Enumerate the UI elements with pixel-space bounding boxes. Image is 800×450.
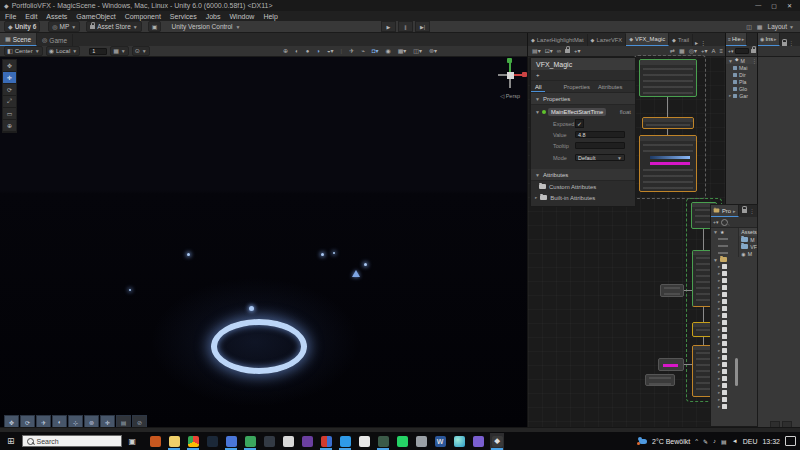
tab-project[interactable]: Pro ▸: [711, 205, 739, 217]
menu-services[interactable]: Services: [170, 13, 197, 20]
tool-settings-icon[interactable]: ✈: [349, 48, 354, 54]
taskbar-app-app-blue[interactable]: [224, 433, 238, 450]
shaded-mode-icon[interactable]: ⊕: [283, 48, 288, 54]
notification-center-icon[interactable]: [785, 436, 796, 446]
grid-snap-dropdown[interactable]: ▦▼: [110, 46, 129, 56]
language-indicator[interactable]: DEU: [743, 438, 758, 445]
scene-orientation-gizmo[interactable]: [492, 57, 528, 97]
project-tree-row[interactable]: ▸: [711, 298, 738, 305]
output-context-node[interactable]: [639, 135, 697, 192]
pivot-dropdown[interactable]: ◧ Center ▼: [4, 46, 43, 56]
target-icon[interactable]: ◎▾: [689, 48, 697, 54]
favorites-row[interactable]: ▼ ★: [711, 228, 738, 235]
scale-tool[interactable]: ⤢: [3, 96, 16, 108]
tab-lazervfx[interactable]: ◆ LazerVFX: [588, 34, 627, 46]
taskbar-search-box[interactable]: Search: [22, 435, 122, 447]
asset-store-dropdown[interactable]: Asset Store ▼: [86, 21, 142, 32]
pause-button[interactable]: ∥: [398, 21, 413, 32]
blackboard-add-button[interactable]: +: [531, 70, 635, 81]
tooltip-input[interactable]: [575, 142, 625, 149]
tab-lazerhighlightmat[interactable]: ◆ LazerHighlightMat: [528, 34, 588, 46]
menu-gameobject[interactable]: GameObject: [76, 13, 115, 20]
attributes-section-header[interactable]: ▼ Attributes: [531, 169, 635, 181]
taskbar-app-settings-gear[interactable]: [281, 433, 295, 450]
project-tree-row[interactable]: ▸: [711, 389, 738, 396]
project-tree-row[interactable]: ▸: [711, 284, 738, 291]
project-tree-row[interactable]: ▸: [711, 347, 738, 354]
skybox-dropdown-icon[interactable]: ◒▾: [327, 48, 334, 54]
favorite-item[interactable]: [711, 235, 738, 242]
layers-icon[interactable]: ▦: [757, 24, 763, 30]
property-row[interactable]: ▼ MainEffectStartTime float: [531, 105, 635, 118]
taskbar-app-app-window[interactable]: [376, 433, 390, 450]
favorite-item[interactable]: [711, 242, 738, 249]
grid-visibility-dropdown-icon[interactable]: ▦▾: [398, 48, 407, 54]
hierarchy-item[interactable]: Pla: [726, 78, 758, 85]
lock-icon[interactable]: [751, 49, 756, 53]
move-tool[interactable]: ✛: [3, 72, 16, 84]
pen-icon[interactable]: ✎: [703, 438, 708, 445]
save-icon[interactable]: ▤▾: [532, 48, 541, 54]
trash-icon[interactable]: ▦: [679, 48, 685, 54]
rotate-tool[interactable]: ⟳: [3, 84, 16, 96]
gizmo-y-cone[interactable]: [507, 58, 512, 63]
plus-icon[interactable]: +▾: [701, 48, 708, 54]
visibility-icon[interactable]: ◉: [385, 48, 390, 54]
gizmo-neg-y-axis[interactable]: [509, 79, 511, 88]
taskbar-app-vscode[interactable]: [338, 433, 352, 450]
taskbar-app-unity[interactable]: ◆: [490, 433, 504, 450]
tab-trail[interactable]: ◆ Trail: [669, 34, 693, 46]
hierarchy-item[interactable]: ▸Gar: [726, 92, 758, 99]
project-tree-row[interactable]: ▸: [711, 263, 738, 270]
taskbar-app-steam[interactable]: [205, 433, 219, 450]
volume-icon[interactable]: ◄: [732, 438, 738, 444]
menu-window[interactable]: Window: [230, 13, 255, 20]
taskbar-app-edge[interactable]: [452, 433, 466, 450]
version-control-dropdown[interactable]: Unity Version Control ▼: [171, 23, 240, 30]
add-icon[interactable]: +▾: [713, 220, 718, 225]
update-context-node[interactable]: [642, 117, 694, 129]
menu-component[interactable]: Component: [125, 13, 161, 20]
task-view-button[interactable]: ▣: [129, 437, 137, 446]
transform-tool[interactable]: ⊕: [3, 120, 16, 132]
gradient-field[interactable]: [650, 156, 690, 159]
gizmo-y-axis[interactable]: [509, 62, 511, 72]
menu-jobs[interactable]: Jobs: [206, 13, 221, 20]
snap-increment-dropdown[interactable]: ⊙▼: [132, 46, 150, 56]
project-tree-row[interactable]: ▸: [711, 333, 738, 340]
filter-tab-attributes[interactable]: Attributes: [594, 81, 627, 92]
taskbar-app-app-purple[interactable]: [300, 433, 314, 450]
operator-node[interactable]: [660, 284, 684, 297]
asset-item[interactable]: M: [739, 236, 757, 243]
play-button[interactable]: ▶: [381, 21, 396, 32]
menu-assets[interactable]: Assets: [46, 13, 67, 20]
spawn-context-node[interactable]: [639, 59, 697, 97]
text-icon[interactable]: A: [711, 48, 715, 54]
taskbar-app-chrome[interactable]: [186, 433, 200, 450]
tree-scrollbar[interactable]: [735, 358, 738, 386]
asset-item[interactable]: VF: [739, 243, 757, 250]
add-icon[interactable]: +▾: [574, 48, 581, 54]
hierarchy-search-input[interactable]: [735, 48, 749, 54]
properties-section-header[interactable]: ▼ Properties: [531, 93, 635, 105]
snap-value-field[interactable]: 1: [89, 48, 107, 55]
operator-node-2[interactable]: [645, 374, 675, 386]
taskbar-app-app-orange[interactable]: [148, 433, 162, 450]
tab-game[interactable]: ◎ Game: [37, 34, 73, 46]
filter-tab-properties[interactable]: Properties: [559, 81, 593, 92]
search-scene-icon[interactable]: ⊚▾: [429, 48, 437, 54]
rect-tool[interactable]: ▭: [3, 108, 16, 120]
step-button[interactable]: ▶|: [415, 21, 430, 32]
compile-icon[interactable]: ⊡▾: [545, 48, 553, 54]
effects-toggle-icon[interactable]: ◑: [316, 48, 320, 54]
tab-inspector[interactable]: ◉ Ins ▸: [758, 33, 780, 46]
orientation-dropdown[interactable]: ◉ Local ▼: [46, 46, 81, 56]
taskbar-app-whatsapp[interactable]: [395, 433, 409, 450]
cloud-button[interactable]: ▣: [148, 21, 162, 32]
project-tree-row[interactable]: ▸: [711, 291, 738, 298]
hierarchy-item[interactable]: Mai: [726, 64, 758, 71]
project-tree-row[interactable]: ▸: [711, 319, 738, 326]
taskbar-app-app-red-blue[interactable]: [319, 433, 333, 450]
audio-toggle-icon[interactable]: ●: [306, 48, 310, 54]
menu-help[interactable]: Help: [263, 13, 277, 20]
